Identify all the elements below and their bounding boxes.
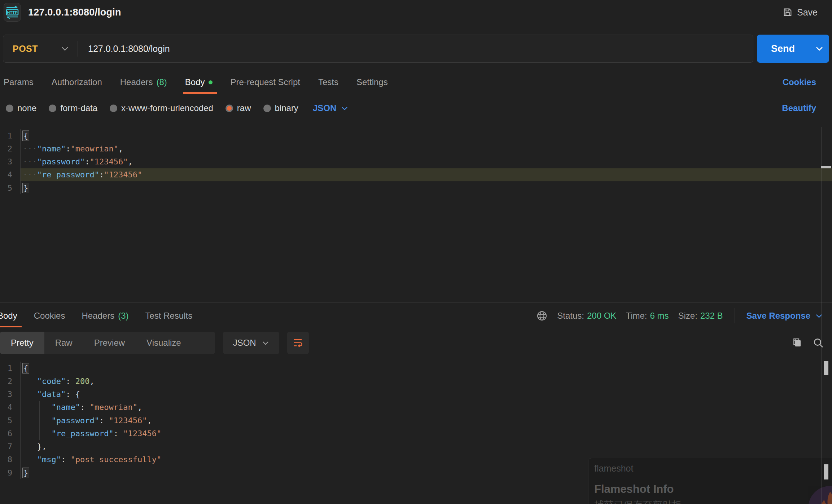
- flameshot-flame-icon: [807, 485, 832, 504]
- request-name-title: 127.0.0.1:8080/login: [28, 7, 121, 18]
- radio-form-data: [49, 105, 56, 112]
- response-view-toolbar: Pretty Raw Preview Visualize JSON: [0, 331, 832, 355]
- view-tab-raw[interactable]: Raw: [44, 332, 83, 354]
- copy-icon[interactable]: [792, 337, 802, 348]
- api-client-window: HTTP 127.0.0.1:8080/login Save POST 127.…: [0, 0, 832, 504]
- save-response-chevron-down-icon: [815, 314, 823, 318]
- body-modified-dot: [209, 80, 213, 84]
- svg-text:HTTP: HTTP: [7, 10, 18, 15]
- notification-scrollbar-thumb[interactable]: [824, 464, 828, 479]
- raw-language-selector[interactable]: JSON: [313, 103, 348, 113]
- method-chevron-down-icon[interactable]: [61, 46, 69, 51]
- wrap-lines-icon: [293, 337, 303, 348]
- code-line: 1{: [0, 129, 832, 142]
- mode-none[interactable]: none: [6, 103, 36, 113]
- url-divider: [78, 41, 78, 57]
- tab-tests[interactable]: Tests: [318, 71, 338, 94]
- notification-divider: [588, 479, 832, 479]
- view-tab-preview[interactable]: Preview: [83, 332, 136, 354]
- search-icon[interactable]: [813, 337, 824, 349]
- response-language-selector[interactable]: JSON: [223, 332, 279, 354]
- response-tabs: Body Cookies Headers(3) Test Results: [0, 304, 192, 327]
- mode-binary[interactable]: binary: [263, 103, 298, 113]
- radio-x-www-form-urlencoded: [110, 105, 117, 112]
- save-button-label: Save: [797, 7, 818, 18]
- request-editor-scrollbar-thumb[interactable]: [821, 166, 831, 168]
- headers-count-badge: (8): [157, 77, 167, 87]
- segmented-spacer: [192, 332, 215, 354]
- time-value: 6 ms: [650, 311, 669, 320]
- http-request-icon: HTTP: [4, 3, 21, 22]
- code-line: 5 "password": "123456",: [0, 414, 832, 427]
- cookies-link[interactable]: Cookies: [783, 71, 816, 94]
- url-input[interactable]: 127.0.0.1:8080/login: [88, 44, 753, 54]
- code-line: 3 "data": {: [0, 388, 832, 401]
- line-number: 2: [0, 377, 12, 386]
- response-tab-body[interactable]: Body: [0, 304, 17, 327]
- line-number: 4: [0, 170, 12, 179]
- send-options-chevron-icon[interactable]: [809, 35, 829, 63]
- request-title-bar: HTTP 127.0.0.1:8080/login Save: [0, 0, 832, 25]
- notification-message: 捕获已保存至剪贴板。: [594, 499, 832, 504]
- line-number: 6: [0, 429, 12, 438]
- request-url-bar: POST 127.0.0.1:8080/login: [3, 35, 753, 63]
- send-button-group: Send: [757, 35, 829, 63]
- line-number: 5: [0, 416, 12, 425]
- response-right-actions: [792, 331, 824, 355]
- tab-authorization[interactable]: Authorization: [52, 71, 102, 94]
- radio-none: [6, 105, 13, 112]
- time-item: Time:6 ms: [626, 311, 669, 321]
- request-body-editor[interactable]: 1{2···"name":"meowrian",3···"password":"…: [0, 127, 832, 302]
- line-number: 2: [0, 144, 12, 153]
- send-button[interactable]: Send: [757, 35, 809, 63]
- code-line: 5}: [0, 181, 832, 194]
- line-number: 4: [0, 403, 12, 412]
- line-number: 7: [0, 442, 12, 451]
- code-line: 6 "re_password": "123456": [0, 427, 832, 440]
- request-tabs: Params Authorization Headers(8) Body Pre…: [0, 71, 832, 94]
- tab-body[interactable]: Body: [185, 71, 213, 94]
- language-chevron-down-icon: [341, 106, 348, 111]
- mode-x-www-form-urlencoded[interactable]: x-www-form-urlencoded: [110, 103, 213, 113]
- network-globe-icon[interactable]: [536, 310, 548, 322]
- meta-divider: [735, 308, 735, 323]
- method-selector[interactable]: POST: [3, 44, 61, 54]
- flameshot-notification: flameshot Flameshot Info 捕获已保存至剪贴板。: [588, 458, 832, 504]
- line-number: 5: [0, 184, 12, 193]
- tab-settings[interactable]: Settings: [356, 71, 388, 94]
- tab-headers[interactable]: Headers(8): [120, 71, 167, 94]
- code-line: 3···"password":"123456",: [0, 155, 832, 168]
- response-view-switcher: Pretty Raw Preview Visualize: [0, 332, 215, 354]
- notification-app-title: flameshot: [588, 458, 832, 479]
- beautify-link[interactable]: Beautify: [782, 98, 816, 118]
- response-headers-count-badge: (3): [118, 311, 128, 321]
- tab-pre-request-script[interactable]: Pre-request Script: [231, 71, 300, 94]
- wrap-lines-button[interactable]: [287, 332, 309, 354]
- save-response-button[interactable]: Save Response: [746, 311, 823, 321]
- response-language-chevron-down-icon: [262, 341, 269, 345]
- response-tab-headers[interactable]: Headers(3): [82, 304, 128, 327]
- line-number: 3: [0, 157, 12, 166]
- code-line: 7 },: [0, 440, 832, 453]
- response-meta-bar: Status:200 OK Time:6 ms Size:232 B Save …: [536, 304, 823, 327]
- radio-raw-selected: [225, 105, 233, 112]
- response-tab-cookies[interactable]: Cookies: [34, 304, 65, 327]
- size-value: 232 B: [700, 311, 723, 320]
- response-editor-scrollbar-thumb[interactable]: [824, 361, 828, 375]
- view-tab-visualize[interactable]: Visualize: [136, 332, 192, 354]
- mode-form-data[interactable]: form-data: [49, 103, 97, 113]
- status-item: Status:200 OK: [557, 311, 616, 321]
- response-tab-test-results[interactable]: Test Results: [145, 304, 192, 327]
- status-value: 200 OK: [587, 311, 616, 320]
- line-number: 1: [0, 364, 12, 373]
- view-tab-pretty[interactable]: Pretty: [0, 332, 44, 354]
- code-line: 2 "code": 200,: [0, 375, 832, 388]
- code-line: 2···"name":"meowrian",: [0, 142, 832, 155]
- tab-params[interactable]: Params: [4, 71, 34, 94]
- radio-binary: [263, 105, 271, 112]
- mode-raw[interactable]: raw: [225, 103, 251, 113]
- code-line: 1{: [0, 362, 832, 375]
- save-button[interactable]: Save: [783, 0, 818, 25]
- size-item: Size:232 B: [678, 311, 723, 321]
- response-section-divider: [0, 302, 832, 302]
